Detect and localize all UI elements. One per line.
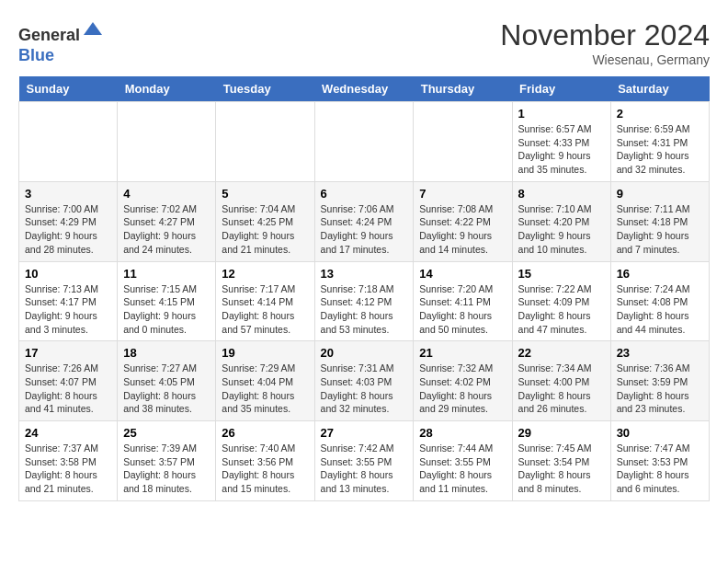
day-number: 26 — [222, 426, 308, 440]
day-info: Sunrise: 7:29 AM Sunset: 4:04 PM Dayligh… — [222, 362, 308, 416]
calendar-week-row: 24Sunrise: 7:37 AM Sunset: 3:58 PM Dayli… — [19, 421, 710, 501]
calendar-week-row: 17Sunrise: 7:26 AM Sunset: 4:07 PM Dayli… — [19, 341, 710, 421]
day-number: 20 — [321, 346, 408, 360]
empty-day-cell — [314, 102, 414, 182]
day-info: Sunrise: 7:45 AM Sunset: 3:54 PM Dayligh… — [518, 442, 605, 496]
day-cell: 6Sunrise: 7:06 AM Sunset: 4:24 PM Daylig… — [314, 181, 414, 261]
weekday-header: Friday — [512, 76, 610, 102]
day-number: 3 — [25, 187, 111, 201]
day-cell: 29Sunrise: 7:45 AM Sunset: 3:54 PM Dayli… — [512, 421, 610, 501]
day-info: Sunrise: 7:22 AM Sunset: 4:09 PM Dayligh… — [518, 282, 605, 337]
svg-marker-0 — [84, 22, 102, 35]
day-cell: 2Sunrise: 6:59 AM Sunset: 4:31 PM Daylig… — [610, 102, 709, 182]
day-cell: 19Sunrise: 7:29 AM Sunset: 4:04 PM Dayli… — [216, 341, 314, 421]
day-info: Sunrise: 7:06 AM Sunset: 4:24 PM Dayligh… — [321, 202, 408, 257]
day-info: Sunrise: 7:17 AM Sunset: 4:14 PM Dayligh… — [222, 282, 308, 337]
day-number: 16 — [617, 267, 703, 281]
day-cell: 20Sunrise: 7:31 AM Sunset: 4:03 PM Dayli… — [314, 341, 414, 421]
logo-blue: Blue — [18, 46, 54, 64]
day-info: Sunrise: 7:15 AM Sunset: 4:15 PM Dayligh… — [123, 282, 210, 337]
day-cell: 18Sunrise: 7:27 AM Sunset: 4:05 PM Dayli… — [118, 341, 216, 421]
weekday-header-row: SundayMondayTuesdayWednesdayThursdayFrid… — [19, 76, 710, 102]
day-cell: 3Sunrise: 7:00 AM Sunset: 4:29 PM Daylig… — [19, 181, 118, 261]
day-info: Sunrise: 7:20 AM Sunset: 4:11 PM Dayligh… — [419, 282, 506, 337]
day-number: 5 — [222, 187, 308, 201]
weekday-header: Tuesday — [216, 76, 314, 102]
day-number: 9 — [617, 187, 703, 201]
day-info: Sunrise: 7:02 AM Sunset: 4:27 PM Dayligh… — [123, 202, 210, 257]
day-info: Sunrise: 7:04 AM Sunset: 4:25 PM Dayligh… — [222, 202, 308, 257]
day-number: 12 — [222, 267, 308, 281]
day-cell: 8Sunrise: 7:10 AM Sunset: 4:20 PM Daylig… — [512, 181, 610, 261]
day-number: 30 — [617, 426, 703, 440]
day-cell: 21Sunrise: 7:32 AM Sunset: 4:02 PM Dayli… — [414, 341, 512, 421]
logo: General Blue — [18, 18, 104, 65]
day-number: 10 — [25, 267, 111, 281]
day-info: Sunrise: 7:32 AM Sunset: 4:02 PM Dayligh… — [419, 362, 506, 416]
day-number: 13 — [321, 267, 408, 281]
day-info: Sunrise: 7:00 AM Sunset: 4:29 PM Dayligh… — [25, 202, 111, 257]
empty-day-cell — [19, 102, 118, 182]
day-info: Sunrise: 7:31 AM Sunset: 4:03 PM Dayligh… — [321, 362, 408, 416]
day-cell: 30Sunrise: 7:47 AM Sunset: 3:53 PM Dayli… — [610, 421, 709, 501]
day-info: Sunrise: 7:27 AM Sunset: 4:05 PM Dayligh… — [123, 362, 210, 416]
logo-general: General — [18, 26, 80, 44]
day-number: 17 — [25, 346, 111, 360]
day-number: 2 — [617, 107, 703, 121]
day-number: 14 — [419, 267, 506, 281]
day-info: Sunrise: 7:24 AM Sunset: 4:08 PM Dayligh… — [617, 282, 703, 337]
logo-icon — [82, 18, 104, 40]
day-number: 15 — [518, 267, 605, 281]
empty-day-cell — [414, 102, 512, 182]
weekday-header: Saturday — [610, 76, 709, 102]
day-number: 28 — [419, 426, 506, 440]
day-info: Sunrise: 7:42 AM Sunset: 3:55 PM Dayligh… — [321, 442, 408, 496]
weekday-header: Sunday — [19, 76, 118, 102]
month-title: November 2024 — [500, 18, 710, 52]
day-cell: 26Sunrise: 7:40 AM Sunset: 3:56 PM Dayli… — [216, 421, 314, 501]
day-info: Sunrise: 7:13 AM Sunset: 4:17 PM Dayligh… — [25, 282, 111, 337]
day-cell: 27Sunrise: 7:42 AM Sunset: 3:55 PM Dayli… — [314, 421, 414, 501]
day-info: Sunrise: 7:26 AM Sunset: 4:07 PM Dayligh… — [25, 362, 111, 416]
day-number: 1 — [518, 107, 605, 121]
day-cell: 23Sunrise: 7:36 AM Sunset: 3:59 PM Dayli… — [610, 341, 709, 421]
day-number: 23 — [617, 346, 703, 360]
day-info: Sunrise: 6:59 AM Sunset: 4:31 PM Dayligh… — [617, 122, 703, 177]
calendar-week-row: 10Sunrise: 7:13 AM Sunset: 4:17 PM Dayli… — [19, 261, 710, 341]
day-info: Sunrise: 6:57 AM Sunset: 4:33 PM Dayligh… — [518, 122, 605, 177]
day-cell: 9Sunrise: 7:11 AM Sunset: 4:18 PM Daylig… — [610, 181, 709, 261]
page-header: General Blue November 2024 Wiesenau, Ger… — [18, 18, 710, 67]
day-cell: 15Sunrise: 7:22 AM Sunset: 4:09 PM Dayli… — [512, 261, 610, 341]
weekday-header: Wednesday — [314, 76, 414, 102]
calendar-week-row: 3Sunrise: 7:00 AM Sunset: 4:29 PM Daylig… — [19, 181, 710, 261]
day-info: Sunrise: 7:34 AM Sunset: 4:00 PM Dayligh… — [518, 362, 605, 416]
day-cell: 10Sunrise: 7:13 AM Sunset: 4:17 PM Dayli… — [19, 261, 118, 341]
day-info: Sunrise: 7:39 AM Sunset: 3:57 PM Dayligh… — [123, 442, 210, 496]
weekday-header: Monday — [118, 76, 216, 102]
day-number: 6 — [321, 187, 408, 201]
day-number: 22 — [518, 346, 605, 360]
empty-day-cell — [118, 102, 216, 182]
day-cell: 22Sunrise: 7:34 AM Sunset: 4:00 PM Dayli… — [512, 341, 610, 421]
calendar-week-row: 1Sunrise: 6:57 AM Sunset: 4:33 PM Daylig… — [19, 102, 710, 182]
day-cell: 24Sunrise: 7:37 AM Sunset: 3:58 PM Dayli… — [19, 421, 118, 501]
day-info: Sunrise: 7:36 AM Sunset: 3:59 PM Dayligh… — [617, 362, 703, 416]
day-number: 7 — [419, 187, 506, 201]
day-number: 18 — [123, 346, 210, 360]
day-number: 21 — [419, 346, 506, 360]
day-info: Sunrise: 7:37 AM Sunset: 3:58 PM Dayligh… — [25, 442, 111, 496]
day-number: 27 — [321, 426, 408, 440]
day-number: 8 — [518, 187, 605, 201]
day-info: Sunrise: 7:11 AM Sunset: 4:18 PM Dayligh… — [617, 202, 703, 257]
day-info: Sunrise: 7:10 AM Sunset: 4:20 PM Dayligh… — [518, 202, 605, 257]
day-number: 4 — [123, 187, 210, 201]
day-cell: 14Sunrise: 7:20 AM Sunset: 4:11 PM Dayli… — [414, 261, 512, 341]
day-cell: 5Sunrise: 7:04 AM Sunset: 4:25 PM Daylig… — [216, 181, 314, 261]
day-number: 25 — [123, 426, 210, 440]
day-number: 29 — [518, 426, 605, 440]
weekday-header: Thursday — [414, 76, 512, 102]
day-number: 19 — [222, 346, 308, 360]
day-number: 11 — [123, 267, 210, 281]
empty-day-cell — [216, 102, 314, 182]
day-info: Sunrise: 7:40 AM Sunset: 3:56 PM Dayligh… — [222, 442, 308, 496]
